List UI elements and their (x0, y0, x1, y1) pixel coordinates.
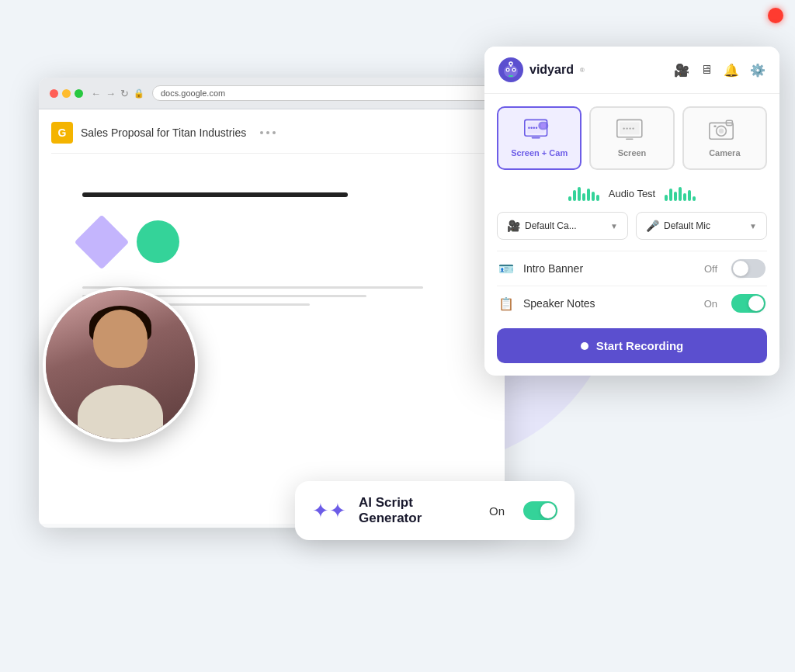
ai-script-card: ✦✦ AI Script Generator On (295, 481, 575, 540)
audio-bars-left (568, 185, 599, 201)
svg-point-17 (535, 127, 536, 129)
svg-point-22 (629, 127, 630, 129)
camera-bubble (43, 287, 198, 442)
start-recording-label: Start Recording (596, 339, 684, 352)
refresh-icon[interactable]: ↻ (120, 88, 129, 99)
audio-bar (674, 192, 677, 201)
back-arrow-icon[interactable]: ← (91, 88, 101, 99)
browser-nav: ← → ↻ 🔒 (91, 88, 144, 99)
speaker-notes-label: Speaker Notes (523, 297, 696, 310)
vidyard-logo: vidyard® (498, 57, 585, 82)
browser-toolbar: ← → ↻ 🔒 docs.google.com (39, 78, 505, 109)
speaker-notes-status: On (704, 298, 717, 310)
tab-screen[interactable]: Screen (589, 106, 674, 170)
audio-bar (665, 195, 668, 201)
start-recording-button[interactable]: Start Recording (497, 328, 767, 363)
doc-title: Sales Proposal for Titan Industries (81, 126, 246, 139)
svg-point-14 (528, 127, 529, 129)
panel-header-icons: 🎥 🖥 🔔 ⚙️ (674, 63, 765, 78)
screen-icon-tab (616, 119, 647, 142)
screen-icon[interactable]: 🖥 (700, 63, 713, 77)
maximize-dot[interactable] (75, 89, 83, 98)
audio-bar (573, 190, 576, 201)
diamond-shape (75, 214, 130, 269)
audio-bar (578, 187, 581, 201)
audio-bar (568, 196, 571, 201)
camera-select-label: Default Ca... (525, 220, 606, 231)
svg-rect-29 (714, 126, 717, 127)
doc-dot-1 (260, 131, 263, 134)
audio-bar (669, 189, 672, 201)
settings-icon[interactable]: ⚙️ (750, 63, 765, 78)
svg-rect-6 (509, 75, 513, 77)
mic-chevron-icon: ▼ (749, 222, 757, 230)
ai-script-knob (540, 503, 556, 518)
tab-camera-label: Camera (709, 148, 740, 158)
mic-select[interactable]: 🎤 Default Mic ▼ (636, 212, 767, 240)
intro-banner-row: 🪪 Intro Banner Off (484, 251, 779, 286)
close-dot[interactable] (50, 89, 58, 98)
mode-tabs: Screen + Cam Screen Ca (484, 94, 779, 182)
ai-sparkle-icon: ✦✦ (312, 499, 346, 523)
svg-point-15 (530, 127, 532, 129)
mic-select-label: Default Mic (664, 220, 745, 231)
intro-banner-toggle[interactable] (731, 259, 765, 278)
vidyard-logo-icon (498, 57, 523, 82)
camera-select[interactable]: 🎥 Default Ca... ▼ (497, 212, 628, 240)
audio-bar (683, 193, 686, 201)
device-row: 🎥 Default Ca... ▼ 🎤 Default Mic ▼ (484, 212, 779, 251)
audio-bar (592, 192, 595, 201)
logo-text: vidyard (529, 63, 574, 77)
svg-point-23 (632, 127, 634, 129)
svg-rect-13 (531, 137, 540, 139)
audio-bar (693, 196, 696, 201)
audio-bar (688, 190, 691, 201)
svg-rect-24 (626, 138, 634, 140)
audio-test-label: Audio Test (609, 188, 655, 199)
doc-shapes (82, 220, 461, 263)
svg-point-4 (507, 69, 509, 71)
recording-indicator (768, 8, 783, 23)
recording-dot-icon (581, 342, 588, 350)
person-body (78, 385, 163, 439)
doc-icon: G (51, 122, 73, 144)
camera-person (46, 290, 195, 439)
audio-bars-right (665, 185, 696, 201)
forward-arrow-icon[interactable]: → (106, 88, 116, 99)
doc-dot-2 (266, 131, 269, 134)
tab-camera[interactable]: Camera (682, 106, 767, 170)
doc-line-heading (82, 192, 348, 197)
ai-script-label: AI Script Generator (359, 495, 477, 526)
ai-script-toggle[interactable] (523, 501, 557, 520)
mic-icon: 🎤 (646, 220, 659, 232)
video-icon: 🎥 (507, 220, 520, 232)
camera-chevron-icon: ▼ (610, 222, 618, 230)
vidyard-panel: vidyard® 🎥 🖥 🔔 ⚙️ Screen + C (484, 47, 779, 376)
doc-dot-3 (273, 131, 276, 134)
lock-icon: 🔒 (134, 88, 144, 99)
audio-bar (596, 195, 599, 201)
camera-icon[interactable]: 🎥 (674, 63, 689, 78)
audio-test-row: Audio Test (484, 182, 779, 212)
intro-banner-knob (733, 261, 748, 276)
screen-cam-icon (524, 119, 555, 142)
svg-point-20 (623, 127, 624, 129)
intro-banner-status: Off (704, 263, 717, 275)
person-head (93, 310, 148, 368)
minimize-dot[interactable] (62, 89, 71, 98)
tab-screen-cam[interactable]: Screen + Cam (497, 106, 581, 170)
doc-title-bar: G Sales Proposal for Titan Industries (51, 122, 492, 154)
speaker-notes-row: 📋 Speaker Notes On (484, 286, 779, 320)
audio-bar (587, 189, 590, 201)
circle-shape (137, 220, 179, 263)
url-bar[interactable]: docs.google.com (152, 85, 494, 101)
speaker-notes-toggle[interactable] (731, 294, 765, 313)
ai-script-status: On (489, 504, 505, 518)
audio-bar (582, 193, 585, 201)
svg-point-21 (626, 127, 627, 129)
window-controls (50, 89, 83, 98)
audio-bar (679, 187, 682, 201)
speaker-notes-knob (748, 296, 764, 311)
svg-point-7 (509, 62, 512, 65)
bell-icon[interactable]: 🔔 (724, 63, 739, 78)
